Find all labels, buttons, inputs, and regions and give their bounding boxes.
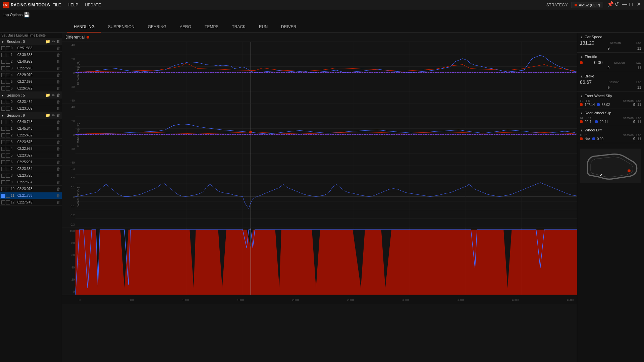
throttle-lap-val: 11	[637, 66, 641, 70]
track-map-svg	[580, 146, 641, 186]
minimize-button[interactable]: —	[622, 3, 627, 7]
car-speed-title: ▲ Car Speed	[580, 35, 641, 39]
session-9-folder-icon[interactable]: 📁	[45, 113, 50, 118]
s0-l1-check1[interactable]	[1, 53, 5, 57]
fws-fl-val: 147.14	[585, 103, 595, 107]
fw-y-axis: 40 20 0 -20 -40	[62, 42, 75, 104]
throttle-row: 0.00 Session Lap	[580, 60, 641, 65]
tab-suspension[interactable]: SUSPENSION	[101, 22, 141, 33]
session-5-label: Session : 5	[7, 93, 25, 97]
s5-l1-check1[interactable]	[1, 107, 5, 111]
tab-handling[interactable]: HANDLING	[67, 22, 101, 33]
s5-l0-check1[interactable]	[1, 100, 5, 104]
pin-button[interactable]: 📌	[607, 3, 612, 7]
s0-l1-check2[interactable]	[6, 53, 10, 57]
session-5-edit-icon[interactable]: ✏	[52, 93, 55, 98]
s5-l1-del[interactable]: 🗑	[56, 106, 60, 111]
tab-temps[interactable]: TEMPS	[198, 22, 225, 33]
s0-l3-check1[interactable]	[1, 66, 5, 70]
session-9-chevron	[1, 113, 4, 117]
session-9-header[interactable]: Session : 9 📁 ✏ 🗑	[0, 112, 62, 119]
tab-driver[interactable]: DRIVER	[274, 22, 303, 33]
s5-l0-check2[interactable]	[6, 100, 10, 104]
sidebar: Sel. Base Lap LapTime Delete Session : 0…	[0, 33, 62, 362]
s0-lap-0: 002:51:833🗑	[0, 45, 62, 52]
s0-l4-check1[interactable]	[1, 73, 5, 77]
s0-l4-check2[interactable]	[6, 73, 10, 77]
s0-l5-del[interactable]: 🗑	[56, 79, 60, 84]
s0-l2-del[interactable]: 🗑	[56, 59, 60, 64]
wdiff-f-val: N/A	[585, 137, 590, 141]
s0-l1-del[interactable]: 🗑	[56, 53, 60, 57]
s0-l0-check2[interactable]	[6, 46, 10, 50]
refresh-button[interactable]: ↺	[614, 3, 619, 7]
fws-session-val: 9	[633, 103, 635, 107]
brake-row: 86.67 Session Lap	[580, 79, 641, 85]
session-0-edit-icon[interactable]: ✏	[52, 39, 55, 44]
throttle-section: ▲ Throttle 0.00 Session Lap 9 11	[577, 53, 644, 72]
connection-badge: AMS2 (UDP)	[572, 2, 603, 8]
s0-l2-check1[interactable]	[1, 60, 5, 64]
tab-aero[interactable]: AERO	[173, 22, 198, 33]
session-0-icons: 📁 ✏ 🗑	[45, 39, 60, 44]
menu-update[interactable]: UPDATE	[85, 3, 101, 7]
s0-l5-check2[interactable]	[6, 80, 10, 84]
menu-file[interactable]: FILE	[52, 3, 61, 7]
s5-l0-del[interactable]: 🗑	[56, 100, 60, 104]
s0-l0-check1[interactable]	[1, 46, 5, 50]
maximize-button[interactable]: □	[629, 3, 634, 7]
s0-l6-del[interactable]: 🗑	[56, 86, 60, 91]
inp-y-axis: 100 80 60 40 20 0	[62, 228, 75, 295]
app-bar: Lap Options 💾	[0, 10, 644, 19]
front-wheel-slip-chart: 40 20 0 -20 -40 Fr. Wheel Slip (%)	[62, 42, 577, 104]
brake-vals: 9 11	[580, 85, 641, 89]
session-5-delete-icon[interactable]: 🗑	[56, 93, 60, 98]
wd-chart-canvas[interactable]	[75, 166, 577, 228]
main-layout: Sel. Base Lap LapTime Delete Session : 0…	[0, 33, 644, 362]
inp-chart-canvas[interactable]	[75, 228, 577, 295]
differential-dot	[87, 36, 89, 39]
session-9-delete-icon[interactable]: 🗑	[56, 113, 60, 118]
tab-run[interactable]: RUN	[252, 22, 274, 33]
front-wheel-slip-section: ▲ Front Wheel Slip FL FR Session Lap 147…	[577, 92, 644, 109]
session-5-header[interactable]: Session : 5 📁 ✏ 🗑	[0, 92, 62, 99]
rws-chevron: ▲	[580, 111, 583, 115]
close-button[interactable]: ✕	[637, 3, 641, 7]
session-9-icons: 📁 ✏ 🗑	[45, 113, 60, 118]
s0-l4-del[interactable]: 🗑	[56, 73, 60, 77]
menu-bar: FILE HELP UPDATE	[52, 3, 101, 7]
s0-l6-check2[interactable]	[6, 86, 10, 90]
rw-chart-canvas[interactable]	[75, 104, 577, 166]
s0-l2-check2[interactable]	[6, 60, 10, 64]
s0-l3-del[interactable]: 🗑	[56, 66, 60, 71]
session-9-edit-icon[interactable]: ✏	[52, 113, 55, 118]
session-5-folder-icon[interactable]: 📁	[45, 93, 50, 98]
car-speed-chevron: ▲	[580, 35, 583, 39]
s9-lap-0: 002:40:748🗑	[0, 119, 62, 125]
s9-lap-3: 302:23:875🗑	[0, 139, 62, 145]
s0-l0-del[interactable]: 🗑	[56, 46, 60, 51]
fws-vals: 147.14 88.02 9 11	[580, 103, 641, 107]
x-ticks: 0 500 1000 1500 2000 2500 3000 3500 4000…	[75, 298, 577, 302]
fw-chart-canvas[interactable]	[75, 42, 577, 104]
s9-lap-10: 1002:23:073🗑	[0, 186, 62, 192]
menu-help[interactable]: HELP	[68, 3, 78, 7]
tab-track[interactable]: TRACK	[225, 22, 252, 33]
session-0-delete-icon[interactable]: 🗑	[56, 39, 60, 44]
tab-gearing[interactable]: GEARING	[141, 22, 173, 33]
session-0-header[interactable]: Session : 0 📁 ✏ 🗑	[0, 38, 62, 45]
s0-l5-check1[interactable]	[1, 80, 5, 84]
s0-l6-check1[interactable]	[1, 86, 5, 90]
logo: RST RACING SIM TOOLS	[3, 2, 50, 8]
x-tick-3000: 3000	[402, 298, 409, 302]
rws-vals: 20.41 20.41 9 11	[580, 120, 641, 124]
s0-l3-check2[interactable]	[6, 66, 10, 70]
strategy-label: STRATEGY	[546, 3, 568, 7]
car-speed-lap-label: Lap	[636, 41, 641, 45]
session-0-folder-icon[interactable]: 📁	[45, 39, 50, 44]
s9-lap-5: 502:23:827🗑	[0, 152, 62, 159]
save-icon[interactable]: 💾	[24, 12, 30, 17]
s5-l1-check2[interactable]	[6, 107, 10, 111]
s9-lap-8: 802:23:725🗑	[0, 172, 62, 179]
x-tick-0: 0	[79, 298, 80, 302]
